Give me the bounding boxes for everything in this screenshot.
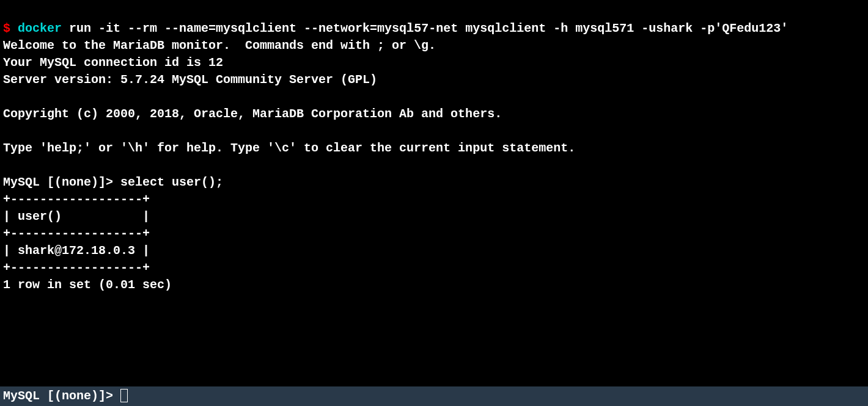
- help-line: Type 'help;' or '\h' for help. Type '\c'…: [3, 141, 575, 155]
- table-border-3: +------------------+: [3, 261, 150, 275]
- table-border-2: +------------------+: [3, 227, 150, 241]
- cursor-icon: [120, 389, 128, 402]
- result-line: 1 row in set (0.01 sec): [3, 278, 172, 292]
- terminal-output: $ docker run -it --rm --name=mysqlclient…: [0, 0, 868, 297]
- server-ver-line: Server version: 5.7.24 MySQL Community S…: [3, 73, 377, 87]
- command-args: run -it --rm --name=mysqlclient --networ…: [62, 21, 788, 35]
- table-row: | shark@172.18.0.3 |: [3, 244, 150, 258]
- prompt-dollar: $: [3, 21, 10, 35]
- active-prompt-line[interactable]: MySQL [(none)]>: [0, 386, 868, 406]
- docker-keyword: docker: [10, 21, 62, 35]
- query-prompt: MySQL [(none)]> select user();: [3, 175, 223, 189]
- conn-id-line: Your MySQL connection id is 12: [3, 56, 223, 70]
- copyright-line: Copyright (c) 2000, 2018, Oracle, MariaD…: [3, 107, 502, 121]
- mysql-prompt: MySQL [(none)]>: [3, 389, 120, 403]
- table-border-1: +------------------+: [3, 192, 150, 206]
- table-header: | user() |: [3, 209, 150, 223]
- welcome-line: Welcome to the MariaDB monitor. Commands…: [3, 38, 436, 53]
